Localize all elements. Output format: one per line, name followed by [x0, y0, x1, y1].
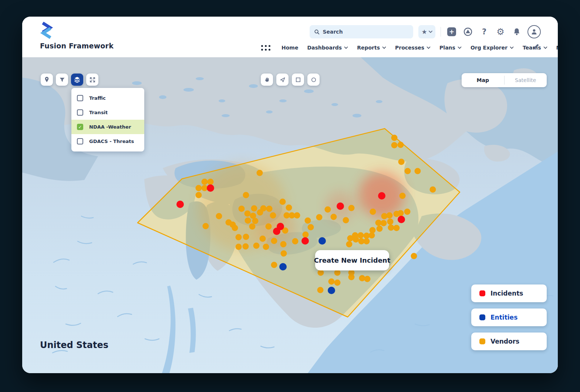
map-marker-vendor[interactable]	[257, 209, 263, 216]
checkbox-unchecked-icon[interactable]	[77, 109, 83, 116]
layer-option-ndaa-weather[interactable]: ✓NDAA -Weather	[71, 120, 144, 134]
map-marker-vendor[interactable]	[245, 211, 251, 217]
map-marker-vendor[interactable]	[216, 213, 222, 219]
map-marker-vendor[interactable]	[243, 192, 249, 198]
map-marker-vendor[interactable]	[387, 212, 393, 219]
map-marker-vendor[interactable]	[398, 159, 405, 165]
legend-card-vendors[interactable]: Vendors	[471, 333, 547, 350]
map-marker-vendor[interactable]	[334, 270, 341, 276]
map-marker-entity[interactable]	[328, 287, 335, 294]
nav-item-reports[interactable]: Reports	[357, 45, 386, 51]
map-marker-vendor[interactable]	[236, 244, 242, 250]
add-button[interactable]: +	[446, 26, 457, 37]
map-marker-incident[interactable]	[207, 184, 214, 192]
map-marker-vendor[interactable]	[243, 234, 249, 240]
apps-grid-icon[interactable]	[261, 45, 270, 51]
notifications-button[interactable]	[511, 26, 522, 37]
map-marker-incident[interactable]	[301, 237, 309, 245]
map-marker-vendor[interactable]	[377, 226, 383, 232]
map-marker-vendor[interactable]	[236, 234, 242, 241]
map-marker-incident[interactable]	[273, 228, 280, 235]
map-marker-vendor[interactable]	[266, 224, 272, 230]
map-marker-vendor[interactable]	[404, 209, 411, 215]
map-marker-vendor[interactable]	[196, 185, 202, 191]
map-marker-vendor[interactable]	[266, 206, 273, 212]
map-marker-vendor[interactable]	[260, 236, 266, 242]
map-marker-vendor[interactable]	[343, 217, 349, 224]
map-marker-vendor[interactable]	[280, 241, 287, 248]
map-marker-vendor[interactable]	[252, 218, 259, 224]
map-marker-vendor[interactable]	[239, 206, 245, 212]
map-marker-vendor[interactable]	[430, 187, 436, 193]
draw-rectangle-button[interactable]	[292, 74, 304, 86]
map-marker-vendor[interactable]	[391, 142, 398, 149]
layer-option-traffic[interactable]: Traffic	[71, 91, 144, 105]
checkbox-unchecked-icon[interactable]	[77, 95, 83, 101]
map-marker-vendor[interactable]	[325, 207, 331, 213]
map-marker-vendor[interactable]	[328, 279, 335, 285]
map-marker-vendor[interactable]	[398, 142, 404, 148]
map-marker-vendor[interactable]	[251, 205, 257, 212]
map-marker-vendor[interactable]	[381, 220, 387, 226]
nav-item-processes[interactable]: Processes	[395, 45, 431, 51]
nav-item-home[interactable]: Home	[281, 45, 298, 51]
map-type-map[interactable]: Map	[462, 77, 504, 83]
legend-card-incidents[interactable]: Incidents	[471, 284, 547, 302]
expand-button[interactable]	[86, 74, 98, 86]
map-marker-vendor[interactable]	[347, 235, 354, 242]
map-marker-vendor[interactable]	[202, 185, 208, 191]
map-marker-vendor[interactable]	[318, 270, 324, 276]
settings-button[interactable]: ⚙	[495, 26, 506, 37]
account-button[interactable]	[527, 25, 541, 38]
select-cursor-button[interactable]	[276, 74, 289, 86]
map-marker-vendor[interactable]	[271, 262, 277, 268]
draw-circle-button[interactable]	[307, 74, 320, 86]
map-marker-vendor[interactable]	[353, 236, 359, 243]
map-marker-vendor[interactable]	[348, 205, 355, 211]
map-marker-vendor[interactable]	[398, 210, 404, 217]
map-marker-vendor[interactable]	[334, 280, 341, 286]
map-marker-vendor[interactable]	[196, 192, 202, 198]
map-marker-vendor[interactable]	[316, 214, 323, 221]
map-marker-vendor[interactable]	[286, 205, 292, 211]
edit-button[interactable]	[532, 42, 540, 52]
map-marker-vendor[interactable]	[388, 225, 394, 231]
map-marker-vendor[interactable]	[391, 135, 398, 141]
map-marker-vendor[interactable]	[317, 287, 324, 293]
map-marker-vendor[interactable]	[280, 199, 286, 205]
map-marker-vendor[interactable]	[294, 212, 300, 219]
map-marker-vendor[interactable]	[202, 179, 208, 185]
map-marker-incident[interactable]	[378, 192, 385, 200]
layer-option-gdacs-threats[interactable]: GDACS - Threats	[71, 134, 144, 149]
nav-item-org-explorer[interactable]: Org Explorer	[471, 45, 514, 51]
map-marker-incident[interactable]	[337, 202, 344, 210]
map-marker-vendor[interactable]	[203, 223, 209, 229]
map-marker-vendor[interactable]	[270, 212, 276, 219]
map-marker-vendor[interactable]	[281, 250, 287, 257]
map-marker-vendor[interactable]	[263, 244, 269, 250]
filter-button[interactable]	[56, 74, 68, 86]
map-marker-vendor[interactable]	[292, 238, 299, 245]
layer-option-transit[interactable]: Transit	[71, 105, 144, 120]
map-marker-vendor[interactable]	[411, 253, 417, 259]
map-marker-incident[interactable]	[176, 201, 184, 208]
checkbox-checked-icon[interactable]: ✓	[77, 124, 83, 130]
help-button[interactable]: ?	[479, 26, 490, 37]
map-marker-vendor[interactable]	[358, 232, 364, 239]
map-marker-vendor[interactable]	[249, 224, 256, 230]
map-marker-entity[interactable]	[279, 263, 287, 270]
map-marker-vendor[interactable]	[305, 218, 311, 224]
map-marker-vendor[interactable]	[245, 218, 251, 224]
map-marker-vendor[interactable]	[364, 238, 370, 245]
map-marker-vendor[interactable]	[387, 219, 394, 225]
map-area[interactable]: TrafficTransit✓NDAA -WeatherGDACS - Thre…	[22, 57, 558, 373]
search-box[interactable]	[310, 25, 413, 38]
map-type-satellite[interactable]: Satellite	[505, 77, 547, 83]
location-pin-button[interactable]	[41, 74, 53, 86]
nav-item-dashboards[interactable]: Dashboards	[307, 45, 348, 51]
nav-item-plans[interactable]: Plans	[439, 45, 462, 51]
map-marker-vendor[interactable]	[257, 170, 263, 176]
map-marker-vendor[interactable]	[303, 232, 309, 238]
map-marker-vendor[interactable]	[369, 232, 375, 239]
map-marker-vendor[interactable]	[308, 224, 314, 231]
